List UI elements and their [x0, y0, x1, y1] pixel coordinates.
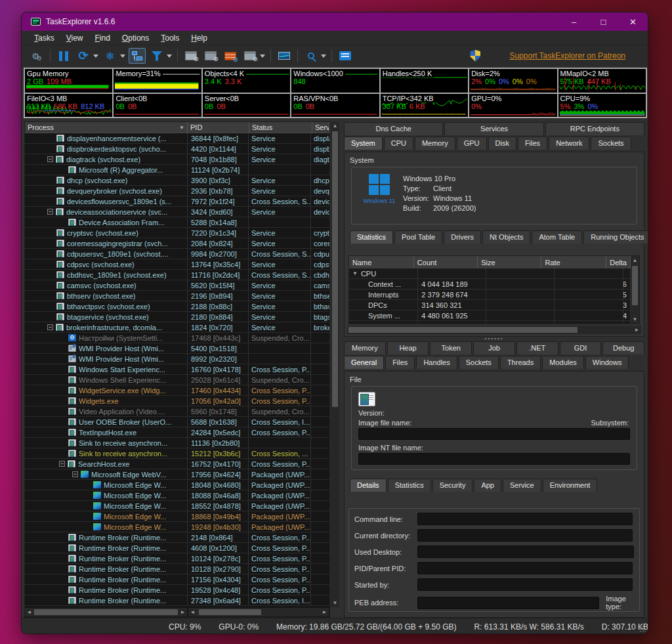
graph-tcp-ip-342-kb[interactable]: TCP/IP<342 KB307 KB6 KB: [381, 94, 468, 118]
process-row[interactable]: −Microsoft Edge WebV...17956 [0x4624]Pac…: [25, 469, 329, 480]
process-row[interactable]: Device Association Fram...5288 [0x14a8]: [25, 217, 329, 228]
tab-environment[interactable]: Environment: [543, 479, 598, 492]
graph-windows-1000[interactable]: Windows<1000848: [291, 69, 379, 93]
stats-row[interactable]: System ...4 480 061 925237 144: [349, 311, 639, 321]
freeze-caret[interactable]: [120, 54, 125, 58]
tree-expander[interactable]: −: [59, 461, 65, 467]
tab-system[interactable]: System: [344, 137, 383, 150]
process-row[interactable]: dispbrokerdesktopsvc (svcho...4420 [0x11…: [25, 144, 329, 154]
process-row[interactable]: cdpusersvc_1809e1 (svchost....9984 [0x27…: [25, 249, 329, 259]
tree-expander[interactable]: −: [72, 471, 78, 477]
tab-service[interactable]: Service: [503, 479, 541, 492]
process-row[interactable]: Widgets.exe17056 [0x42a0]Cross Session, …: [25, 396, 329, 406]
tab-general[interactable]: General: [344, 356, 384, 369]
field-input-current-directory[interactable]: [417, 529, 633, 542]
process-hscrollbar-right[interactable]: ◄►: [188, 608, 329, 616]
menu-item-tasks[interactable]: Tasks: [28, 32, 60, 44]
refresh-icon[interactable]: ⟳: [75, 48, 92, 64]
process-row[interactable]: Video Application (Video....5960 [0x1748…: [25, 406, 329, 417]
tab-pool-table[interactable]: Pool Table: [394, 230, 442, 244]
tab-network[interactable]: Network: [549, 137, 589, 150]
field-input-started-by[interactable]: [417, 578, 633, 591]
close-button[interactable]: ✕: [618, 12, 648, 31]
stats-vscrollbar[interactable]: ▲▼: [631, 256, 639, 324]
tab-debug[interactable]: Debug: [602, 341, 644, 354]
process-row[interactable]: Runtime Broker (Runtime...17156 [0x4304]…: [25, 574, 329, 585]
tree-expander[interactable]: −: [47, 209, 53, 215]
stats-column-size[interactable]: Size: [478, 256, 541, 268]
process-row[interactable]: Runtime Broker (Runtime...19528 [0x4c48]…: [25, 585, 329, 595]
tab-services[interactable]: Services: [444, 122, 543, 135]
process-row[interactable]: Microsoft Edge W...18088 [0x46a8]Package…: [25, 490, 329, 501]
graph-gpu-0[interactable]: GPU=0%0%: [469, 94, 556, 118]
process-vscrollbar[interactable]: ▲▼: [331, 121, 339, 607]
process-row[interactable]: Microsoft Edge W...18048 [0x4680]Package…: [25, 480, 329, 490]
process-row[interactable]: WMI Provider Host (Wmi...8992 [0x2320]: [25, 354, 329, 364]
stats-hscrollbar[interactable]: ►: [347, 326, 641, 334]
process-row[interactable]: Runtime Broker (Runtime...4608 [0x1200]C…: [25, 543, 329, 553]
image-nt-file-name-field[interactable]: [358, 453, 630, 465]
system-info-window-icon[interactable]: ⚙: [182, 48, 200, 64]
tree-expander[interactable]: −: [47, 156, 53, 162]
tab-memory[interactable]: Memory: [415, 137, 455, 150]
tab-disk[interactable]: Disk: [488, 137, 516, 150]
process-row[interactable]: User OOBE Broker (UserO...5688 [0x1638]C…: [25, 417, 329, 427]
process-row[interactable]: devicesflowusersvc_1809e1 (s...7972 [0x1…: [25, 196, 329, 207]
services-caret[interactable]: [260, 54, 265, 58]
process-row[interactable]: Microsoft Edge W...18868 [0x49b4]Package…: [25, 511, 329, 522]
process-row[interactable]: devquerybroker (svchost.exe)2936 [0xb78]…: [25, 186, 329, 196]
graph-fileio-3-mb[interactable]: FileIO<3 MB613 KB586 KB812 KB: [25, 94, 112, 118]
graph-cpu-9[interactable]: CPU=9%5%3%0%: [558, 94, 646, 118]
stats-row[interactable]: Context ...4 044 184 18946 066: [349, 279, 639, 290]
process-row[interactable]: −SearchHost.exe16752 [0x4170]Cross Sessi…: [25, 459, 329, 469]
graph-handles-250-k[interactable]: Handles<250 K: [381, 69, 468, 93]
graph-disk-2[interactable]: Disk=2%2%0%0%0%0%: [469, 69, 556, 93]
process-row[interactable]: Sink to receive asynchron...11136 [0x2b8…: [25, 438, 329, 448]
process-row[interactable]: TextInputHost.exe24284 [0x5edc]Cross Ses…: [25, 427, 329, 438]
tab-files[interactable]: Files: [385, 356, 415, 369]
process-row[interactable]: Runtime Broker (Runtime...10124 [0x278c]…: [25, 553, 329, 564]
process-row[interactable]: Runtime Broker (Runtime...10128 [0x2790]…: [25, 564, 329, 574]
process-row[interactable]: Windows Shell Experienc...25028 [0x61c4]…: [25, 375, 329, 385]
graph-ras-vpn-0b[interactable]: RAS/VPN<0B0B0B: [291, 94, 379, 118]
graph-gpu-memory[interactable]: Gpu Memory2 GB109 MB: [25, 69, 112, 93]
tree-view-button[interactable]: [129, 48, 146, 64]
tab-sockets[interactable]: Sockets: [459, 356, 499, 369]
field-input-used-desktop[interactable]: [417, 546, 634, 558]
task-card-icon[interactable]: ⚙: [202, 48, 219, 64]
stats-column-delta[interactable]: Delta: [606, 256, 631, 268]
process-row[interactable]: cdpsvc (svchost.exe)13764 [0x35c4]Servic…: [25, 259, 329, 270]
graph-objects-4-k[interactable]: Objects<4 K3.4 K3.3 K: [203, 69, 290, 93]
tab-cpu[interactable]: CPU: [384, 137, 413, 150]
process-row[interactable]: Microsoft Edge W...19248 [0x4b30]Package…: [25, 522, 329, 532]
tab-app[interactable]: App: [474, 479, 501, 492]
tree-expander[interactable]: −: [47, 324, 53, 330]
refresh-caret[interactable]: [93, 54, 98, 58]
title-bar[interactable]: TaskExplorer v1.6.6 – □ ✕: [22, 12, 648, 31]
search-caret[interactable]: [321, 54, 326, 58]
tab-heap[interactable]: Heap: [387, 341, 429, 354]
filter-caret[interactable]: [167, 54, 172, 58]
pause-button[interactable]: [55, 48, 72, 64]
process-list-header[interactable]: Process▼PIDStatusService: [25, 122, 329, 133]
process-row[interactable]: bthavctpsvc (svchost.exe)2188 [0x88c]Ser…: [25, 301, 329, 312]
process-hscrollbar-left[interactable]: ◄►: [25, 608, 187, 616]
tab-nt-objects[interactable]: Nt Objects: [482, 230, 530, 244]
image-file-name-field[interactable]: [358, 428, 630, 440]
process-row[interactable]: WidgetService.exe (Widg...17460 [0x4434]…: [25, 385, 329, 396]
process-row[interactable]: displayenhancementservice (...36844 [0x8…: [25, 133, 329, 144]
filter-icon[interactable]: [148, 48, 165, 64]
tab-statistics[interactable]: Statistics: [388, 479, 431, 492]
column-header-process[interactable]: Process▼: [25, 122, 188, 133]
firewall-icon[interactable]: ⚙: [222, 48, 239, 64]
graph-server-0b[interactable]: Server<0B0B0B: [203, 94, 290, 118]
stats-column-rate[interactable]: Rate: [541, 256, 606, 268]
stats-row[interactable]: ▼Memory: [349, 321, 639, 324]
tab-details[interactable]: Details: [350, 479, 387, 492]
column-header-pid[interactable]: PID: [188, 122, 249, 133]
group-arrow-icon[interactable]: ▼: [352, 323, 358, 324]
tab-windows[interactable]: Windows: [585, 356, 629, 369]
column-header-service[interactable]: Service: [312, 122, 329, 133]
tab-modules[interactable]: Modules: [542, 356, 584, 369]
process-row[interactable]: Runtime Broker (Runtime...2148 [0x864]Cr…: [25, 532, 329, 543]
